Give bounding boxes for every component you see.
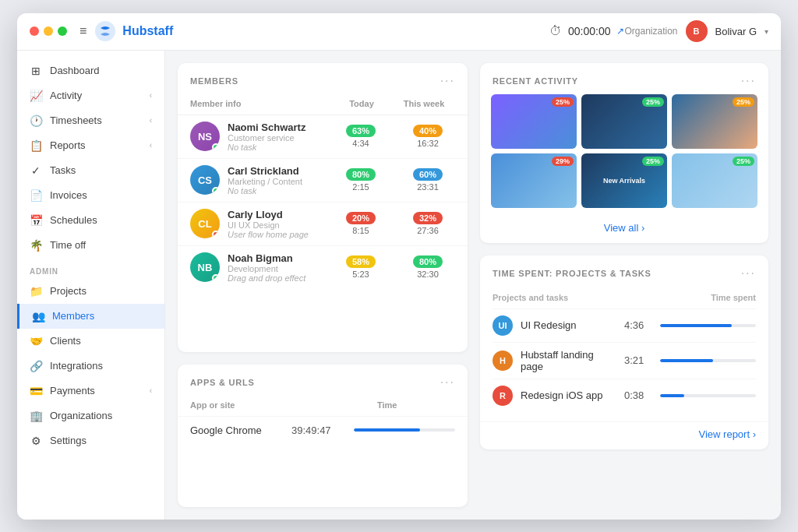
- avatar-status: [212, 231, 220, 238]
- time-week: 16:32: [417, 139, 439, 148]
- sidebar-item-timesheets[interactable]: 🕐 Timesheets ‹: [17, 108, 164, 133]
- badge-today: 80%: [346, 168, 376, 181]
- app-progress-bar: [354, 428, 455, 432]
- sidebar-item-label: Activity: [50, 90, 82, 101]
- activity-thumbnail[interactable]: 25%: [672, 94, 757, 149]
- sidebar-item-settings[interactable]: ⚙ Settings: [17, 428, 164, 453]
- time-rows: UI UI Redesign 4:36 H Hubstaff landing p…: [493, 308, 756, 412]
- sidebar-item-activity[interactable]: 📈 Activity ‹: [17, 83, 164, 108]
- stat-week: 60% 23:31: [401, 168, 455, 192]
- activity-more-button[interactable]: ···: [741, 74, 756, 88]
- app-name: Google Chrome: [190, 425, 291, 436]
- member-avatar: CL: [190, 209, 220, 238]
- user-chevron-icon[interactable]: ▾: [764, 27, 768, 36]
- titlebar: ≡ Hubstaff ⏱ 00:00:00 ↗ Organization B B…: [17, 13, 781, 51]
- activity-badge: 25%: [552, 97, 574, 107]
- member-info: Noah Bigman Development Drag and drop ef…: [228, 252, 334, 283]
- sidebar-item-dashboard[interactable]: ⊞ Dashboard: [17, 58, 164, 83]
- time-today: 4:34: [352, 139, 369, 148]
- stat-today: 20% 8:15: [334, 212, 388, 235]
- sidebar-item-clients[interactable]: 🤝 Clients: [17, 329, 164, 354]
- clients-icon: 🤝: [30, 335, 42, 347]
- time-project-name: Redesign iOS app: [521, 389, 616, 401]
- sidebar-item-label: Tasks: [50, 164, 76, 176]
- sidebar-item-integrations[interactable]: 🔗 Integrations: [17, 354, 164, 379]
- app-window: ≡ Hubstaff ⏱ 00:00:00 ↗ Organization B B…: [17, 13, 781, 520]
- close-dot[interactable]: [30, 26, 39, 36]
- view-all-button[interactable]: View all ›: [480, 219, 768, 243]
- sidebar-item-time-off[interactable]: 🌴 Time off: [17, 233, 164, 258]
- member-name: Carl Strickland: [228, 165, 334, 177]
- col-app-header: App or site: [190, 400, 377, 410]
- time-off-icon: 🌴: [30, 239, 42, 252]
- hamburger-icon[interactable]: ≡: [79, 24, 87, 38]
- member-info: Naomi Schwartz Customer service No task: [228, 122, 334, 152]
- sidebar-item-reports[interactable]: 📋 Reports ‹: [17, 133, 164, 158]
- time-week: 27:36: [417, 226, 439, 235]
- time-today: 2:15: [352, 182, 369, 192]
- right-column: RECENT ACTIVITY ··· 25%25%25%29%25%New A…: [480, 63, 768, 507]
- activity-badge: 25%: [733, 157, 754, 166]
- member-task: User flow home page: [228, 230, 334, 239]
- member-dept: Customer service: [228, 133, 334, 143]
- settings-icon: ⚙: [30, 435, 42, 447]
- maximize-dot[interactable]: [58, 26, 67, 36]
- stat-today: 80% 2:15: [334, 168, 388, 192]
- activity-card-title: RECENT ACTIVITY: [493, 76, 578, 86]
- member-avatar: NS: [190, 122, 220, 151]
- main-layout: ⊞ Dashboard 📈 Activity ‹ 🕐 Timesheets ‹ …: [17, 51, 781, 520]
- sidebar-item-tasks[interactable]: ✓ Tasks: [17, 158, 164, 183]
- sidebar-item-label: Members: [52, 310, 94, 322]
- organizations-icon: 🏢: [30, 410, 42, 422]
- badge-week: 60%: [413, 168, 443, 181]
- apps-card-header: APPS & URLS ···: [178, 365, 468, 396]
- sidebar-item-organizations[interactable]: 🏢 Organizations: [17, 403, 164, 428]
- sidebar-item-label: Dashboard: [50, 65, 100, 76]
- timer-arrow-icon[interactable]: ↗: [616, 26, 624, 37]
- timesheets-icon: 🕐: [30, 115, 42, 127]
- members-card-title: MEMBERS: [190, 76, 238, 86]
- sidebar-item-members[interactable]: 👥 Members: [17, 304, 164, 329]
- stat-week: 32% 27:36: [401, 212, 455, 235]
- activity-grid: 25%25%25%29%25%New Arrivals25%: [480, 94, 768, 219]
- avatar-status: [212, 274, 220, 282]
- apps-table-header: App or site Time: [178, 396, 468, 416]
- badge-week: 40%: [413, 125, 443, 137]
- sidebar-item-label: Payments: [50, 385, 95, 396]
- member-row: NS Naomi Schwartz Customer service No ta…: [178, 115, 468, 159]
- time-week: 23:31: [417, 182, 439, 192]
- activity-thumbnail[interactable]: 25%New Arrivals: [581, 153, 667, 208]
- members-card-header: MEMBERS ···: [178, 63, 468, 94]
- member-row: CL Carly Lloyd UI UX Design User flow ho…: [178, 203, 468, 246]
- sidebar-item-invoices[interactable]: 📄 Invoices: [17, 183, 164, 208]
- logo-text: Hubstaff: [122, 24, 173, 38]
- time-spent-more-button[interactable]: ···: [741, 266, 756, 280]
- app-row: Google Chrome 39:49:47: [178, 416, 468, 444]
- projects-icon: 📁: [30, 285, 42, 298]
- sidebar-item-label: Time off: [50, 239, 86, 251]
- member-row: CS Carl Strickland Marketing / Content N…: [178, 159, 468, 203]
- activity-thumbnail[interactable]: 29%: [491, 153, 577, 208]
- activity-thumbnail[interactable]: 25%: [581, 94, 667, 149]
- minimize-dot[interactable]: [44, 26, 53, 36]
- members-more-button[interactable]: ···: [440, 74, 455, 88]
- recent-activity-card: RECENT ACTIVITY ··· 25%25%25%29%25%New A…: [480, 63, 768, 243]
- activity-thumbnail[interactable]: 25%: [491, 94, 577, 149]
- sidebar-item-label: Integrations: [50, 360, 103, 372]
- arrow-icon: ‹: [150, 116, 152, 125]
- time-project-icon: R: [493, 386, 513, 406]
- member-task: No task: [228, 143, 334, 152]
- apps-more-button[interactable]: ···: [440, 375, 455, 389]
- sidebar-item-label: Reports: [50, 139, 86, 151]
- sidebar-item-payments[interactable]: 💳 Payments ‹: [17, 379, 164, 403]
- col-time-spent-header: Time spent: [711, 293, 756, 302]
- sidebar-item-projects[interactable]: 📁 Projects: [17, 279, 164, 304]
- user-initial: B: [694, 26, 700, 36]
- member-avatar: NB: [190, 252, 220, 282]
- view-report-button[interactable]: View report ›: [480, 421, 768, 449]
- window-controls: [30, 26, 67, 36]
- sidebar-item-schedules[interactable]: 📅 Schedules: [17, 208, 164, 233]
- hubstaff-logo-icon: [94, 20, 116, 42]
- activity-thumbnail[interactable]: 25%: [672, 153, 757, 208]
- time-project-icon: UI: [493, 315, 513, 336]
